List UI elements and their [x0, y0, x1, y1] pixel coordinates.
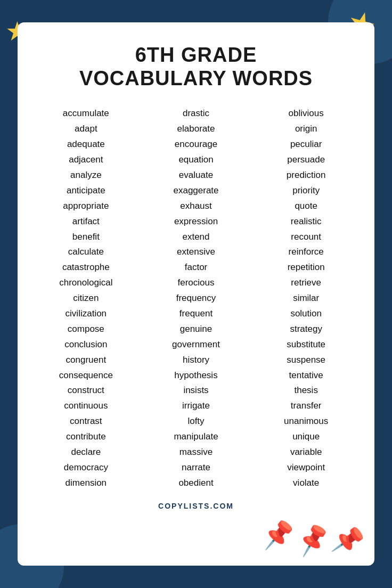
title-block: 6TH GRADE VOCABULARY WORDS [79, 44, 313, 90]
list-item: reinforce [289, 244, 324, 260]
list-item: thesis [294, 383, 317, 398]
list-item: similar [293, 291, 319, 306]
list-item: benefit [72, 230, 100, 245]
list-item: genuine [180, 322, 213, 337]
list-item: compose [68, 322, 104, 337]
page-title: 6TH GRADE VOCABULARY WORDS [79, 44, 313, 90]
list-item: realistic [291, 214, 322, 230]
list-item: exhaust [180, 199, 212, 214]
list-item: elaborate [177, 121, 215, 137]
list-item: factor [185, 260, 208, 275]
list-item: democracy [64, 460, 108, 476]
list-item: dimension [66, 476, 107, 491]
list-item: congruent [66, 353, 107, 368]
list-item: extensive [177, 244, 215, 260]
list-item: adapt [75, 121, 97, 137]
list-item: quote [295, 199, 317, 214]
list-item: obedient [178, 476, 213, 491]
list-item: peculiar [290, 137, 322, 152]
list-item: oblivious [289, 106, 324, 121]
column-1: accumulateadaptadequateadjacentanalyzean… [34, 106, 138, 491]
list-item: contrast [70, 414, 102, 429]
list-item: recount [291, 230, 321, 245]
list-item: encourage [175, 137, 217, 152]
list-item: substitute [287, 337, 325, 353]
list-item: civilization [66, 306, 107, 322]
list-item: variable [290, 445, 322, 460]
list-item: government [172, 337, 220, 353]
list-item: insists [183, 383, 208, 398]
list-item: violate [293, 476, 319, 491]
list-item: retrieve [291, 275, 321, 291]
list-item: consequence [59, 368, 113, 383]
list-item: drastic [183, 106, 209, 121]
list-item: exaggerate [173, 183, 218, 199]
list-item: ferocious [178, 275, 215, 291]
list-item: declare [71, 445, 101, 460]
list-item: tentative [289, 368, 323, 383]
pin-gold-icon: 📌 [261, 519, 296, 551]
list-item: solution [290, 306, 322, 322]
list-item: lofty [187, 414, 204, 429]
list-item: calculate [68, 244, 104, 260]
list-item: contribute [66, 429, 106, 445]
pin-orange-icon: 📌 [294, 521, 332, 559]
list-item: prediction [287, 168, 326, 183]
list-item: irrigate [182, 398, 210, 414]
list-item: adequate [67, 137, 105, 152]
list-item: equation [178, 152, 213, 168]
list-item: origin [295, 121, 317, 137]
list-item: suspense [287, 353, 325, 368]
list-item: priority [292, 183, 320, 199]
list-item: viewpoint [287, 460, 325, 476]
list-item: artifact [72, 214, 100, 230]
list-item: evaluate [179, 168, 213, 183]
list-item: persuade [287, 152, 325, 168]
list-item: chronological [59, 275, 112, 291]
list-item: citizen [73, 291, 99, 306]
list-item: expression [174, 214, 218, 230]
list-item: catastrophe [62, 260, 110, 275]
list-item: manipulate [174, 429, 218, 445]
list-item: frequent [179, 306, 213, 322]
pins-decoration: 📌 📌 📌 [263, 525, 364, 555]
list-item: continuous [64, 398, 108, 414]
list-item: anticipate [67, 183, 105, 199]
pin-red-icon: 📌 [330, 522, 366, 558]
list-item: history [183, 353, 209, 368]
list-item: strategy [290, 322, 322, 337]
list-item: appropriate [63, 199, 109, 214]
column-3: obliviousoriginpeculiarpersuadepredictio… [254, 106, 358, 491]
list-item: construct [68, 383, 104, 398]
list-item: repetition [288, 260, 325, 275]
list-item: frequency [176, 291, 216, 306]
column-2: drasticelaborateencourageequationevaluat… [144, 106, 249, 491]
list-item: extend [182, 230, 209, 245]
footer-text: COPYLISTS.COM [158, 502, 234, 510]
list-item: unique [292, 429, 320, 445]
list-item: analyze [70, 168, 102, 183]
list-item: hypothesis [174, 368, 217, 383]
list-item: adjacent [69, 152, 103, 168]
list-item: narrate [182, 460, 210, 476]
list-item: massive [179, 445, 213, 460]
main-card: 6TH GRADE VOCABULARY WORDS accumulateada… [18, 22, 374, 566]
list-item: transfer [291, 398, 322, 414]
title-line2: VOCABULARY WORDS [79, 67, 313, 89]
word-columns: accumulateadaptadequateadjacentanalyzean… [34, 106, 358, 491]
title-line1: 6TH GRADE [135, 44, 257, 66]
list-item: accumulate [63, 106, 109, 121]
list-item: conclusion [64, 337, 107, 353]
list-item: unanimous [284, 414, 328, 429]
